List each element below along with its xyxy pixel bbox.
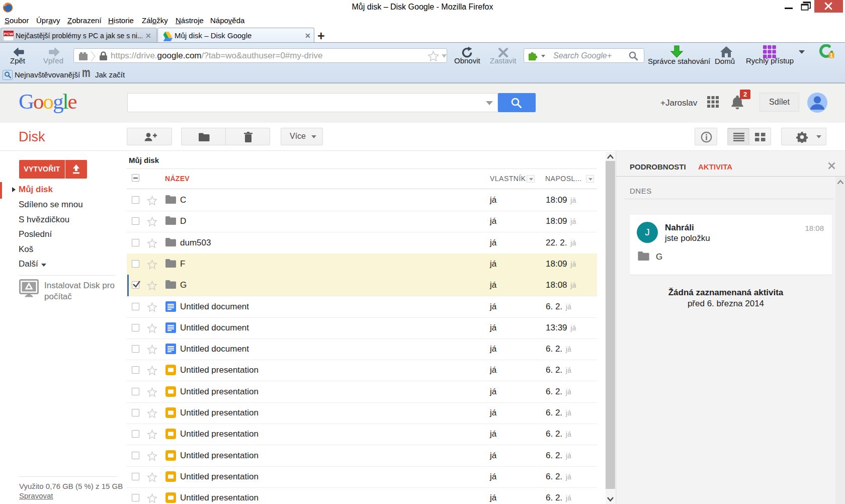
- svg-text:PCW: PCW: [4, 32, 14, 36]
- svg-text:1: 1: [830, 52, 833, 58]
